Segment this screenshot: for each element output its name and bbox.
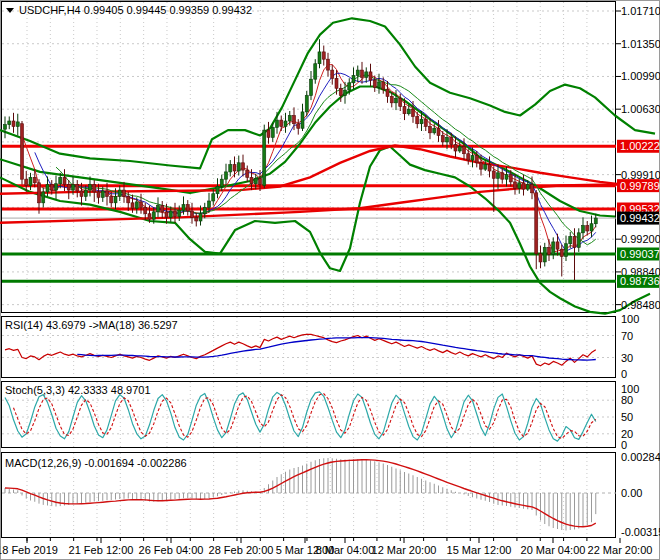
candle-body <box>59 177 62 183</box>
candle-body <box>8 121 11 125</box>
candle-body <box>569 236 572 243</box>
candle-body <box>518 183 521 188</box>
candle-body <box>586 226 589 231</box>
candle-body <box>220 179 223 186</box>
candle-body <box>382 82 385 89</box>
rsi-scale-label: 70 <box>621 330 633 342</box>
candle-body <box>463 146 466 153</box>
candle-body <box>590 224 593 231</box>
candle-body <box>522 183 525 189</box>
candle-body <box>594 218 597 224</box>
main-chart-area[interactable] <box>2 2 616 313</box>
candle-body <box>55 184 58 190</box>
candle-body <box>297 124 300 129</box>
candle-body <box>123 190 126 196</box>
price-marker-resistance: 0.99789 <box>617 179 660 192</box>
price-axis-label: 0.98480 <box>621 299 660 311</box>
candle-body <box>174 211 177 216</box>
candle-body <box>165 212 168 217</box>
stoch-scale-label: 20 <box>621 428 633 440</box>
time-axis-label: 20 Mar 04:00 <box>521 544 586 556</box>
candle-body <box>237 163 240 171</box>
time-axis-label: 18 Feb 2019 <box>0 544 58 556</box>
candle-body <box>233 165 236 171</box>
rsi-scale-label: 0 <box>621 368 627 380</box>
time-axis-label: 26 Feb 04:00 <box>139 544 204 556</box>
candle-body <box>331 70 334 78</box>
candle-body <box>42 192 45 203</box>
candle-body <box>284 121 287 126</box>
candle-body <box>327 59 330 70</box>
time-axis-label: 15 Mar 12:00 <box>447 544 512 556</box>
candle-body <box>403 106 406 113</box>
candle-body <box>216 186 219 193</box>
price-marker-text: 1.00222 <box>620 140 660 152</box>
price-axis-label: 1.00630 <box>621 103 660 115</box>
candle-body <box>199 214 202 221</box>
candle-body <box>72 185 75 190</box>
candle-body <box>242 163 245 170</box>
candle-body <box>114 196 117 202</box>
candle-body <box>76 185 79 191</box>
time-axis-label: 12 Mar 20:00 <box>372 544 437 556</box>
candle-body <box>212 194 215 201</box>
candle-body <box>97 192 100 197</box>
candle-body <box>203 207 206 213</box>
candle-body <box>467 154 470 160</box>
candle-body <box>29 177 32 185</box>
candle-body <box>488 165 491 171</box>
candle-body <box>305 96 308 112</box>
candle-body <box>178 210 181 216</box>
candle-body <box>582 226 585 233</box>
candle-body <box>373 80 376 87</box>
candle-body <box>280 120 283 126</box>
candle-body <box>288 116 291 121</box>
candle-body <box>293 116 296 124</box>
candle-body <box>335 78 338 88</box>
candle-body <box>4 125 7 130</box>
macd-scale-label: 0.00 <box>621 487 642 499</box>
candle-body <box>301 112 304 128</box>
candle-body <box>429 126 432 132</box>
price-marker-text: 0.99789 <box>620 180 660 192</box>
candle-body <box>169 211 172 217</box>
candle-body <box>148 214 151 219</box>
candle-body <box>344 90 347 95</box>
stoch-scale-label: 50 <box>621 411 633 423</box>
candle-body <box>361 70 364 77</box>
candle-body <box>63 177 66 184</box>
candle-body <box>407 109 410 114</box>
candle-body <box>25 179 28 185</box>
candle-body <box>80 191 83 196</box>
candle-body <box>89 185 92 190</box>
candle-body <box>250 177 253 183</box>
candle-body <box>106 191 109 196</box>
candle-body <box>152 212 155 219</box>
candle-body <box>458 146 461 151</box>
candle-body <box>560 249 563 256</box>
candle-body <box>271 127 274 137</box>
rsi-label: RSI(14) 43.6979 ->MA(18) 36.5297 <box>5 319 178 331</box>
candle-body <box>526 185 529 190</box>
price-marker-support: 0.98736 <box>617 275 660 288</box>
candle-body <box>263 130 266 185</box>
candle-body <box>314 64 317 79</box>
candle-body <box>127 196 130 202</box>
candle <box>21 121 24 185</box>
candle-body <box>390 96 393 102</box>
macd-label: MACD(12,26,9) -0.001694 -0.002286 <box>5 457 187 469</box>
stoch-scale-label: 0 <box>621 439 627 451</box>
candle-body <box>118 190 121 196</box>
candle-body <box>144 207 147 213</box>
time-axis-label: 22 Mar 20:00 <box>588 544 653 556</box>
candle-body <box>182 205 185 210</box>
candle-body <box>33 177 36 182</box>
stoch-label: Stoch(5,3,3) 42.3333 48.9701 <box>5 384 151 396</box>
price-axis-label: 1.01350 <box>621 38 660 50</box>
price-marker-resistance: 1.00222 <box>617 140 660 153</box>
candle-body <box>195 217 198 221</box>
candle-body <box>424 119 427 126</box>
candle <box>263 125 266 189</box>
candle-body <box>67 185 70 190</box>
candle-body <box>276 120 279 127</box>
